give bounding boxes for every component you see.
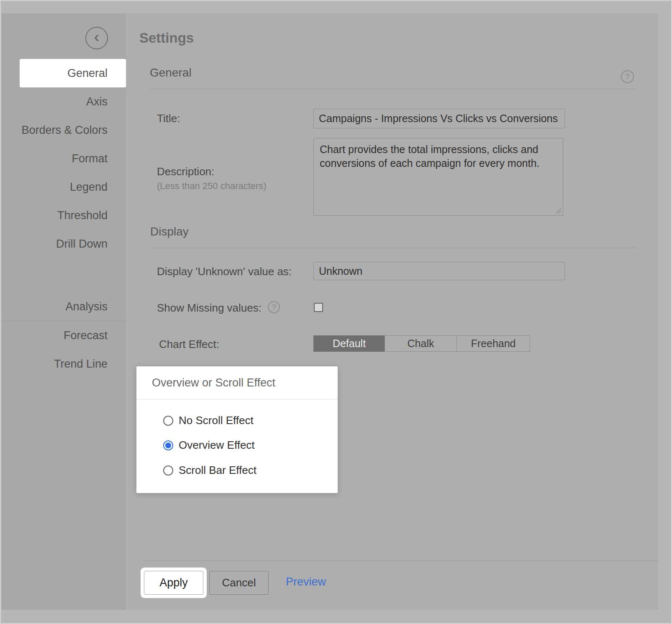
description-textarea[interactable]: Chart provides the total impressions, cl… <box>313 138 563 216</box>
chevron-left-icon: ‹ <box>94 30 99 45</box>
sidebar-nav: General Axis Borders & Colors Format Leg… <box>2 59 126 378</box>
resize-handle-icon[interactable] <box>555 207 562 214</box>
scroll-effect-divider <box>136 399 338 399</box>
title-label: Title: <box>157 112 180 125</box>
radio-label: Overview Effect <box>179 439 255 452</box>
sidebar-item-trend-line[interactable]: Trend Line <box>2 350 126 378</box>
title-input[interactable] <box>313 109 565 128</box>
sidebar-item-legend[interactable]: Legend <box>2 173 126 201</box>
apply-button[interactable]: Apply <box>141 568 207 598</box>
display-section-divider <box>150 248 637 248</box>
sidebar-item-drill-down[interactable]: Drill Down <box>2 230 126 258</box>
missing-values-label: Show Missing values: <box>157 302 262 315</box>
radio-no-scroll-effect[interactable]: No Scroll Effect <box>163 414 254 427</box>
chart-effect-option-default[interactable]: Default <box>313 335 385 352</box>
sidebar-item-format[interactable]: Format <box>2 144 126 173</box>
question-mark-icon: ? <box>272 303 276 312</box>
preview-link[interactable]: Preview <box>286 575 326 588</box>
question-mark-icon: ? <box>625 72 630 82</box>
radio-selected-icon <box>163 440 173 450</box>
sidebar-item-general[interactable]: General <box>20 59 126 87</box>
radio-label: Scroll Bar Effect <box>179 464 256 477</box>
settings-sidebar: ‹ General Axis Borders & Colors Format L… <box>2 13 126 610</box>
unknown-value-input[interactable] <box>313 262 565 280</box>
missing-values-checkbox[interactable] <box>314 303 323 312</box>
radio-unselected-icon <box>163 416 173 426</box>
sidebar-item-threshold[interactable]: Threshold <box>2 201 126 230</box>
scroll-effect-heading: Overview or Scroll Effect <box>152 376 275 389</box>
radio-unselected-icon <box>163 465 173 476</box>
chart-effect-option-chalk[interactable]: Chalk <box>385 335 457 352</box>
radio-scroll-bar-effect[interactable]: Scroll Bar Effect <box>163 464 256 477</box>
missing-values-help-icon[interactable]: ? <box>268 301 280 313</box>
radio-overview-effect[interactable]: Overview Effect <box>163 439 255 452</box>
display-section-heading: Display <box>150 225 189 238</box>
chart-effect-option-freehand[interactable]: Freehand <box>457 335 530 352</box>
description-hint: (Less than 250 characters) <box>157 181 267 192</box>
settings-dialog: ‹ General Axis Borders & Colors Format L… <box>0 0 672 624</box>
footer-divider <box>144 560 658 561</box>
scroll-effect-panel: Overview or Scroll Effect No Scroll Effe… <box>136 366 338 493</box>
description-field-wrap: Chart provides the total impressions, cl… <box>313 138 563 216</box>
apply-button-label: Apply <box>144 571 203 595</box>
sidebar-item-forecast[interactable]: Forecast <box>2 321 126 350</box>
settings-main-panel: Settings General ? Title: Description: (… <box>126 13 658 610</box>
unknown-value-label: Display 'Unknown' value as: <box>157 265 292 278</box>
cancel-button[interactable]: Cancel <box>209 571 269 595</box>
chart-effect-label: Chart Effect: <box>159 338 219 351</box>
page-title: Settings <box>139 30 194 46</box>
description-label: Description: <box>157 165 214 178</box>
back-button[interactable]: ‹ <box>85 27 108 49</box>
sidebar-item-borders-colors[interactable]: Borders & Colors <box>2 116 126 144</box>
general-section-heading: General <box>150 66 192 79</box>
general-section-divider <box>150 89 637 89</box>
sidebar-section-analysis: Analysis <box>2 292 126 321</box>
sidebar-spacer <box>2 258 126 292</box>
help-icon[interactable]: ? <box>621 70 634 83</box>
sidebar-item-axis[interactable]: Axis <box>2 87 126 116</box>
radio-label: No Scroll Effect <box>179 414 254 427</box>
